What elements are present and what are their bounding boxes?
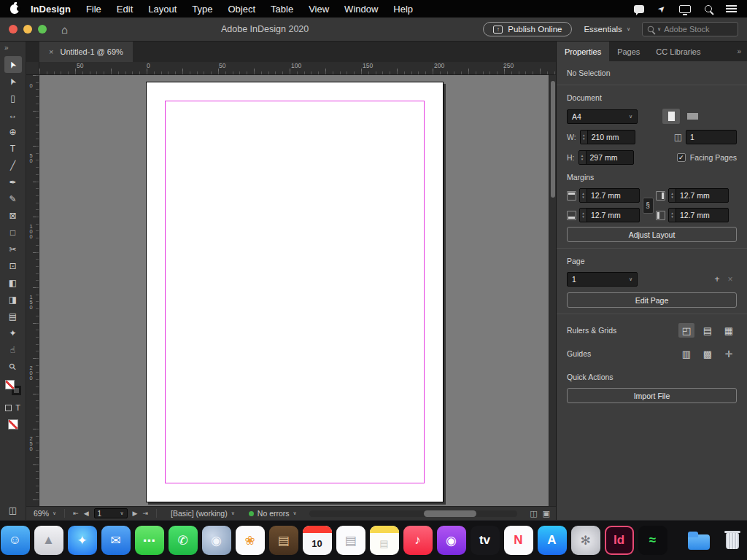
publish-online-button[interactable]: ↑ Publish Online bbox=[483, 22, 572, 36]
home-icon[interactable]: ⌂ bbox=[61, 23, 68, 36]
apply-none-button[interactable] bbox=[8, 419, 18, 429]
display-icon[interactable] bbox=[679, 5, 691, 13]
rectangle-frame-tool[interactable]: ⊠ bbox=[4, 207, 22, 224]
page-size-select[interactable]: A4 ∨ bbox=[567, 109, 638, 124]
minimize-window-button[interactable] bbox=[23, 25, 32, 34]
column-guides-icon[interactable]: ▥ bbox=[678, 346, 694, 361]
rectangle-tool[interactable]: □ bbox=[4, 224, 22, 241]
margin-guides-icon[interactable]: ▩ bbox=[700, 346, 716, 361]
dock-siri[interactable]: ◉ bbox=[202, 526, 231, 555]
stepper[interactable]: ▴▾ bbox=[579, 151, 587, 164]
workspace-switcher[interactable]: Essentials ∨ bbox=[584, 25, 630, 34]
landscape-orientation-button[interactable] bbox=[684, 109, 701, 124]
adjust-layout-button[interactable]: Adjust Layout bbox=[567, 227, 737, 242]
page-number-field[interactable]: 1 ∨ bbox=[94, 508, 128, 518]
eyedropper-tool[interactable]: ✦ bbox=[4, 324, 22, 341]
menu-item[interactable]: Window bbox=[344, 4, 378, 15]
menu-list-icon[interactable] bbox=[726, 5, 737, 12]
margin-bottom-field[interactable]: ▴▾ 12.7 mm bbox=[579, 208, 640, 222]
dock-calendar[interactable]: 10 bbox=[303, 526, 332, 555]
app-menu-name[interactable]: InDesign bbox=[31, 4, 71, 15]
dock-news[interactable]: N bbox=[504, 526, 533, 555]
menu-item[interactable]: Object bbox=[228, 4, 256, 15]
panel-tab[interactable]: Properties bbox=[557, 42, 609, 61]
chat-icon[interactable] bbox=[634, 5, 644, 13]
import-file-button[interactable]: Import File bbox=[567, 388, 737, 403]
line-tool[interactable]: ╱ bbox=[4, 157, 22, 174]
smart-guides-icon[interactable]: ✛ bbox=[721, 346, 737, 361]
stepper[interactable]: ▴▾ bbox=[669, 189, 676, 202]
dock-separator[interactable] bbox=[676, 525, 676, 556]
previous-page-button[interactable]: ◀ bbox=[84, 510, 89, 517]
stepper[interactable]: ▴▾ bbox=[581, 131, 588, 144]
dock-notes[interactable]: ▤ bbox=[370, 526, 399, 555]
dock-audio-app[interactable]: ≈ bbox=[638, 526, 667, 555]
width-field[interactable]: ▴▾ 210 mm bbox=[580, 130, 635, 144]
vertical-scrollbar-thumb[interactable] bbox=[551, 81, 555, 198]
pages-count-field[interactable]: 1 bbox=[686, 130, 737, 144]
dock-messages[interactable]: ⋯ bbox=[135, 526, 164, 555]
page-view-button[interactable]: ◫ bbox=[530, 509, 537, 518]
portrait-orientation-button[interactable] bbox=[662, 109, 680, 124]
page-select[interactable]: 1 ∨ bbox=[567, 272, 638, 287]
zoom-window-button[interactable] bbox=[38, 25, 47, 34]
gradient-feather-tool[interactable]: ◨ bbox=[4, 291, 22, 308]
margin-right-field[interactable]: ▴▾ 12.7 mm bbox=[668, 188, 729, 203]
dock-mail[interactable]: ✉ bbox=[101, 526, 131, 555]
gap-tool[interactable]: ↔ bbox=[4, 106, 22, 123]
ruler-icon[interactable]: ◰ bbox=[678, 323, 694, 338]
delete-page-button[interactable]: × bbox=[724, 274, 737, 284]
gradient-swatch-tool[interactable]: ◧ bbox=[4, 274, 22, 291]
dock-appstore[interactable]: A bbox=[538, 526, 567, 555]
height-field[interactable]: ▴▾ 297 mm bbox=[578, 150, 634, 165]
dock-settings[interactable]: ✻ bbox=[571, 526, 600, 555]
dock-books[interactable]: ▤ bbox=[269, 526, 298, 555]
panel-menu-icon[interactable]: » bbox=[737, 47, 747, 55]
page-tool[interactable]: ▯ bbox=[4, 90, 22, 106]
dock-trash[interactable] bbox=[718, 526, 747, 555]
selection-tool[interactable]: ➤ bbox=[4, 56, 22, 73]
dock-launchpad[interactable]: ▲ bbox=[34, 526, 63, 555]
dock-indesign[interactable]: Id bbox=[605, 526, 634, 555]
stepper[interactable]: ▴▾ bbox=[669, 209, 676, 222]
menu-item[interactable]: Edit bbox=[117, 4, 133, 15]
dock-textedit[interactable]: ▤ bbox=[336, 526, 365, 555]
direct-selection-tool[interactable]: ➤ bbox=[4, 73, 22, 90]
facing-pages-checkbox[interactable]: ✓ Facing Pages bbox=[677, 153, 737, 162]
note-tool[interactable]: ▤ bbox=[4, 308, 22, 324]
next-page-button[interactable]: ▶ bbox=[133, 510, 138, 517]
stepper[interactable]: ▴▾ bbox=[580, 189, 587, 202]
hand-tool[interactable]: ☝ bbox=[4, 341, 22, 358]
last-page-button[interactable]: ⇥ bbox=[143, 510, 149, 517]
document-tab[interactable]: × Untitled-1 @ 69% bbox=[39, 42, 133, 62]
dock-tv[interactable]: tv bbox=[471, 526, 500, 555]
preflight-status[interactable]: No errors ∨ bbox=[249, 509, 297, 518]
vertical-scrollbar[interactable] bbox=[549, 75, 556, 506]
spread-view-button[interactable]: ▣ bbox=[543, 509, 550, 518]
menu-item[interactable]: File bbox=[86, 4, 101, 15]
dock-podcasts[interactable]: ◉ bbox=[437, 526, 466, 555]
baseline-grid-icon[interactable]: ▤ bbox=[700, 323, 716, 338]
menu-item[interactable]: View bbox=[309, 4, 329, 15]
document-page[interactable] bbox=[146, 82, 444, 502]
screen-mode-button[interactable]: ◫ bbox=[9, 505, 17, 516]
apple-menu-icon[interactable] bbox=[10, 4, 19, 14]
pencil-tool[interactable]: ✎ bbox=[4, 190, 22, 207]
panel-tab[interactable]: CC Libraries bbox=[648, 42, 708, 61]
stepper[interactable]: ▴▾ bbox=[580, 209, 587, 222]
menu-item[interactable]: Table bbox=[271, 4, 293, 15]
dock-facetime[interactable]: ✆ bbox=[169, 526, 198, 555]
collapse-panel-icon[interactable]: » bbox=[0, 44, 9, 56]
menu-item[interactable]: Help bbox=[393, 4, 413, 15]
dock-photos[interactable]: ❀ bbox=[236, 526, 265, 555]
add-page-button[interactable]: + bbox=[711, 274, 724, 284]
cursor-pen-icon[interactable]: ➤ bbox=[655, 2, 667, 15]
dock-finder[interactable]: ☺ bbox=[1, 526, 30, 555]
document-grid-icon[interactable]: ▦ bbox=[721, 323, 737, 338]
horizontal-scrollbar-thumb[interactable] bbox=[424, 510, 476, 517]
menu-item[interactable]: Type bbox=[192, 4, 212, 15]
menu-item[interactable]: Layout bbox=[148, 4, 177, 15]
vertical-ruler[interactable]: 050100150200250 bbox=[26, 75, 39, 506]
pasteboard[interactable] bbox=[39, 75, 549, 506]
ruler-origin-corner[interactable] bbox=[26, 62, 39, 75]
